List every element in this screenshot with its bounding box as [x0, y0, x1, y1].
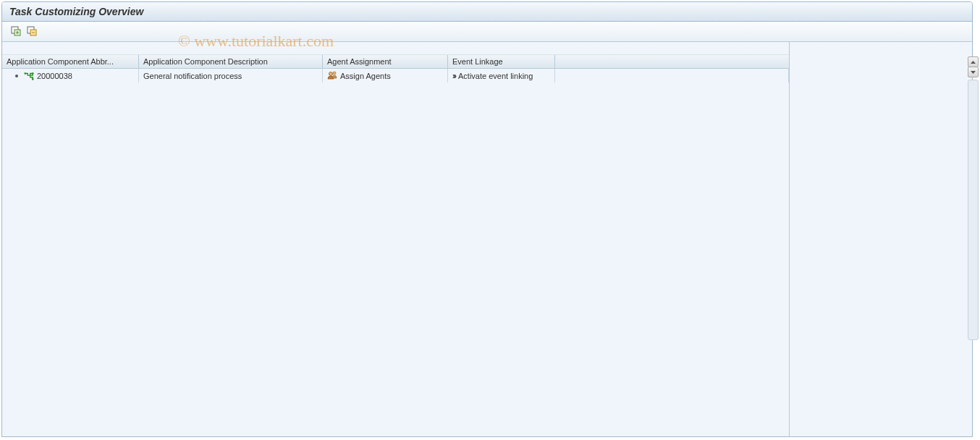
svg-point-7 [24, 72, 26, 75]
collapse-all-icon [27, 26, 37, 38]
window-title: Task Customizing Overview [9, 6, 143, 17]
tree-leaf-bullet-icon [15, 75, 18, 77]
column-header-agent[interactable]: Agent Assignment [323, 55, 448, 68]
cell-event[interactable]: ›› Activate event linking [448, 69, 555, 82]
scroll-down-button[interactable] [968, 67, 979, 77]
toolbar [2, 22, 972, 42]
cell-desc-text: General notification process [143, 72, 242, 80]
svg-point-9 [32, 78, 34, 80]
right-empty-panel [790, 42, 972, 436]
process-node-icon [24, 72, 34, 80]
column-header-event[interactable]: Event Linkage [448, 55, 555, 68]
table-header: Application Component Abbr... Applicatio… [2, 54, 789, 69]
cell-agent[interactable]: Assign Agents [323, 69, 448, 82]
svg-point-8 [32, 72, 34, 75]
activate-event-icon: ›› [452, 71, 455, 81]
titlebar: Task Customizing Overview [2, 2, 972, 22]
column-header-desc[interactable]: Application Component Description [139, 55, 323, 68]
scrollbar-track[interactable] [968, 80, 979, 340]
assign-agents-icon [327, 71, 337, 81]
scroll-up-button[interactable] [968, 56, 979, 67]
cell-abbr: 20000038 [2, 69, 139, 82]
content-area: Application Component Abbr... Applicatio… [2, 42, 972, 436]
svg-point-10 [329, 72, 333, 75]
expand-all-button[interactable] [9, 25, 22, 38]
app-window: Task Customizing Overview [1, 1, 973, 437]
cell-abbr-text: 20000038 [37, 72, 72, 80]
cell-blank [555, 69, 789, 82]
collapse-all-button[interactable] [25, 25, 38, 38]
expand-all-icon [11, 26, 21, 38]
table-row[interactable]: 20000038 General notification process [2, 69, 789, 83]
column-header-blank [555, 55, 789, 68]
cell-event-text: Activate event linking [458, 72, 533, 80]
cell-agent-text: Assign Agents [340, 72, 391, 80]
table-container: Application Component Abbr... Applicatio… [2, 42, 790, 436]
cell-desc: General notification process [139, 69, 323, 82]
column-header-abbr[interactable]: Application Component Abbr... [2, 55, 139, 68]
svg-point-11 [333, 72, 336, 75]
